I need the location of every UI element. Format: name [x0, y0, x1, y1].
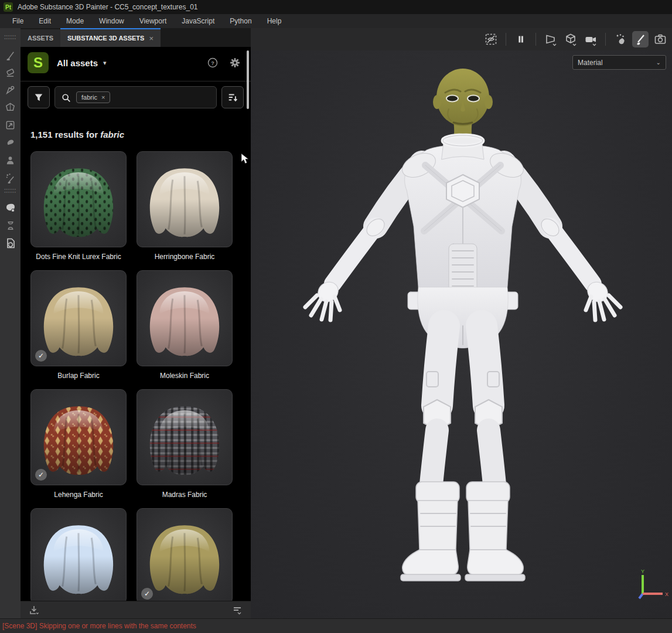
- asset-label: Madras Fabric: [137, 491, 233, 499]
- svg-text:Y: Y: [641, 569, 644, 574]
- divider: [506, 33, 506, 46]
- asset-label: Burlap Fabric: [30, 372, 127, 380]
- asset-thumbnail[interactable]: ✓: [30, 270, 127, 366]
- paint-brush-mode-icon[interactable]: [632, 31, 649, 47]
- asset-cell: ✓ Madras Fabric: [137, 389, 233, 499]
- character-model[interactable]: [251, 50, 672, 618]
- help-icon[interactable]: ?: [205, 55, 220, 70]
- gear-icon[interactable]: [227, 55, 243, 70]
- title-bar: Pt Adobe Substance 3D Painter - CC5_conc…: [0, 0, 672, 14]
- physics-particles-icon[interactable]: [612, 31, 629, 47]
- eraser-tool-icon[interactable]: [2, 63, 19, 81]
- asset-cell: ✓ Dots Fine Knit Lurex Fabric: [30, 151, 127, 261]
- pause-icon[interactable]: [513, 31, 529, 47]
- status-bar: [Scene 3D] Skipping one or more lines wi…: [0, 618, 672, 633]
- asset-cell: ✓ Moleskin Fabric: [137, 270, 233, 380]
- results-summary: 1,151 results for fabric: [30, 130, 251, 139]
- assets-header: S All assets ▾ ?: [28, 52, 243, 74]
- particles-tool-icon[interactable]: [2, 169, 19, 186]
- window-title: Adobe Substance 3D Painter - CC5_concept…: [18, 3, 198, 11]
- resources-updater-icon[interactable]: [2, 234, 19, 252]
- asset-grid: ✓ Dots Fine Knit Lurex Fabric ✓ Herringb…: [21, 151, 251, 601]
- scene-3d[interactable]: Material ⌄: [251, 50, 672, 618]
- menu-help[interactable]: Help: [260, 14, 289, 28]
- menu-javascript[interactable]: JavaScript: [174, 14, 222, 28]
- menu-edit[interactable]: Edit: [31, 14, 59, 28]
- selected-check-icon: ✓: [141, 588, 153, 600]
- menu-window[interactable]: Window: [91, 14, 132, 28]
- asset-cell: ✓: [137, 508, 233, 601]
- panel-scrollbar[interactable]: [247, 50, 249, 109]
- asset-thumbnail[interactable]: ✓: [137, 389, 233, 485]
- svg-text:X: X: [665, 591, 668, 597]
- projection-tool-icon[interactable]: [2, 81, 19, 98]
- search-tag-chip[interactable]: fabric ×: [76, 91, 110, 103]
- filter-row: fabric ×: [28, 86, 244, 108]
- assets-panel: ASSETS SUBSTANCE 3D ASSETS × S All asset…: [21, 28, 251, 618]
- symmetry-visibility-icon[interactable]: [483, 31, 499, 47]
- rail-grip-icon[interactable]: ••••••••••••: [4, 34, 16, 43]
- asset-label: Lehenga Fabric: [30, 491, 127, 499]
- menu-mode[interactable]: Mode: [59, 14, 91, 28]
- list-options-icon[interactable]: [230, 603, 245, 618]
- menu-bar: File Edit Mode Window Viewport JavaScrip…: [0, 14, 672, 28]
- camera-frustum-dropdown-icon[interactable]: [543, 31, 559, 47]
- asset-thumbnail[interactable]: ✓: [137, 151, 233, 247]
- app-window: Pt Adobe Substance 3D Painter - CC5_conc…: [0, 0, 672, 633]
- clone-stamp-tool-icon[interactable]: [2, 134, 19, 151]
- asset-label: Herringbone Fabric: [137, 253, 233, 261]
- paint-brush-tool-icon[interactable]: [2, 46, 19, 63]
- left-tool-rail: ••••••••••••: [0, 28, 21, 618]
- assets-scroll-area[interactable]: S All assets ▾ ?: [21, 47, 251, 601]
- download-icon[interactable]: [26, 603, 42, 618]
- viewport-toolbar: [251, 28, 672, 50]
- asset-label: Moleskin Fabric: [137, 372, 233, 380]
- divider: [535, 33, 536, 46]
- asset-cell: ✓ Herringbone Fabric: [137, 151, 233, 261]
- panel-tab-bar: ASSETS SUBSTANCE 3D ASSETS ×: [21, 28, 251, 47]
- app-icon: Pt: [4, 2, 13, 12]
- divider: [21, 81, 251, 81]
- smudge-tool-icon[interactable]: [2, 116, 19, 134]
- rail-grip-icon[interactable]: ••••••••••••: [4, 188, 16, 197]
- scope-dropdown[interactable]: All assets: [57, 58, 98, 68]
- asset-label: Dots Fine Knit Lurex Fabric: [30, 253, 127, 261]
- mesh-material-icon[interactable]: [2, 199, 19, 217]
- selected-check-icon: ✓: [35, 469, 47, 481]
- sort-button[interactable]: [221, 86, 244, 108]
- asset-thumbnail[interactable]: ✓: [30, 508, 127, 601]
- geometry-cube-dropdown-icon[interactable]: [562, 31, 579, 47]
- axis-gizmo: Y X: [635, 568, 670, 603]
- menu-file[interactable]: File: [5, 14, 31, 28]
- selected-check-icon: ✓: [35, 350, 47, 362]
- chevron-down-icon[interactable]: ▾: [103, 59, 107, 67]
- asset-cell: ✓ Lehenga Fabric: [30, 389, 127, 499]
- asset-cell: ✓: [30, 508, 127, 601]
- filter-button[interactable]: [28, 86, 50, 108]
- tab-assets[interactable]: ASSETS: [21, 29, 60, 47]
- asset-thumbnail[interactable]: ✓: [137, 270, 233, 366]
- tab-substance-3d-assets[interactable]: SUBSTANCE 3D ASSETS ×: [60, 28, 161, 47]
- material-picker-tool-icon[interactable]: [2, 151, 19, 169]
- search-input[interactable]: fabric ×: [54, 86, 217, 108]
- asset-thumbnail[interactable]: ✓: [30, 151, 127, 247]
- tab-close-icon[interactable]: ×: [149, 34, 153, 43]
- assets-footer: [21, 601, 251, 618]
- polygon-fill-tool-icon[interactable]: [2, 98, 19, 116]
- menu-viewport[interactable]: Viewport: [132, 14, 174, 28]
- viewport-3d[interactable]: Material ⌄: [251, 28, 672, 618]
- mouse-cursor: [241, 153, 249, 165]
- status-message: [Scene 3D] Skipping one or more lines wi…: [2, 622, 196, 630]
- screenshot-camera-icon[interactable]: [652, 31, 668, 47]
- asset-thumbnail[interactable]: ✓: [137, 508, 233, 601]
- video-camera-dropdown-icon[interactable]: [582, 31, 599, 47]
- svg-text:?: ?: [211, 60, 214, 66]
- asset-thumbnail[interactable]: ✓: [30, 389, 127, 485]
- asset-cell: ✓ Burlap Fabric: [30, 270, 127, 380]
- divider: [605, 33, 606, 46]
- chip-close-icon[interactable]: ×: [101, 94, 105, 101]
- substance-logo: S: [28, 52, 49, 73]
- menu-python[interactable]: Python: [222, 14, 259, 28]
- hourglass-icon[interactable]: [2, 217, 19, 234]
